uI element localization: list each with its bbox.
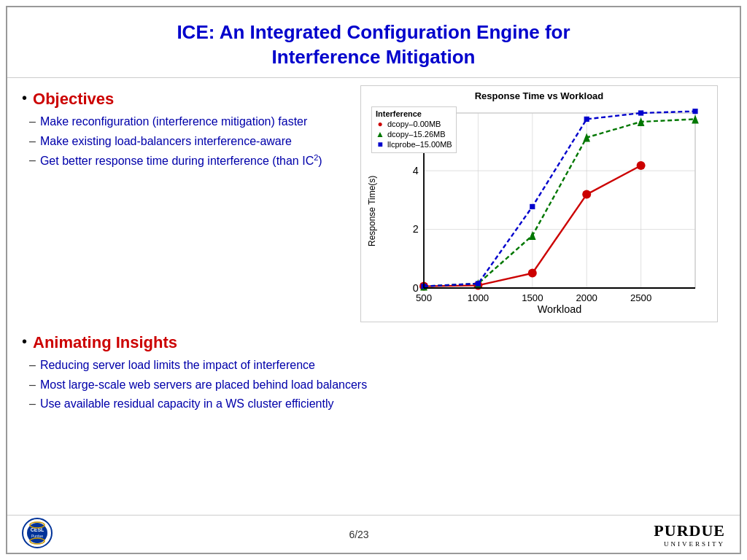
purdue-name: PURDUE bbox=[654, 521, 725, 540]
slide-content: • Objectives – Make reconfiguration (int… bbox=[7, 78, 740, 515]
animating-sub-text-1: Reducing server load limits the impact o… bbox=[40, 357, 315, 373]
animating-sub-item-1: – Reducing server load limits the impact… bbox=[29, 357, 718, 373]
svg-text:1000: 1000 bbox=[468, 292, 489, 303]
left-content: • Objectives – Make reconfiguration (int… bbox=[22, 85, 353, 322]
animating-bullet: • Animating Insights bbox=[22, 332, 718, 354]
objectives-bullet: • Objectives bbox=[22, 89, 353, 110]
svg-text:2: 2 bbox=[413, 223, 419, 235]
dash-2: – bbox=[29, 133, 36, 149]
legend-item-3: ■ llcprobe–15.00MB bbox=[376, 140, 452, 149]
chart-legend: Interference ● dcopy–0.00MB ▲ dcopy–15.2… bbox=[371, 106, 457, 153]
objectives-sub-items: – Make reconfiguration (interference mit… bbox=[29, 114, 353, 170]
animating-dash-1: – bbox=[29, 357, 36, 373]
svg-rect-0 bbox=[424, 113, 695, 288]
slide: ICE: An Integrated Configuration Engine … bbox=[6, 6, 741, 554]
svg-rect-36 bbox=[692, 109, 697, 114]
y-axis-label: Response Time(s) bbox=[365, 104, 379, 317]
animating-sub-item-3: – Use available residual capacity in a W… bbox=[29, 396, 718, 412]
sub-item-1: – Make reconfiguration (interference mit… bbox=[29, 114, 353, 130]
bullet-dot-2: • bbox=[22, 332, 27, 350]
sub-text-3: Get better response time during interfer… bbox=[40, 152, 322, 170]
svg-text:2000: 2000 bbox=[576, 292, 597, 303]
sub-text-2: Make existing load-balancers interferenc… bbox=[40, 133, 292, 149]
chart-title: Response Time vs Workload bbox=[365, 90, 713, 101]
sub-item-2: – Make existing load-balancers interfere… bbox=[29, 133, 353, 149]
footer-left: CESL Purdue bbox=[22, 518, 80, 551]
legend-label-3: llcprobe–15.00MB bbox=[387, 140, 452, 149]
animating-dash-2: – bbox=[29, 377, 36, 393]
footer-center: 6/23 bbox=[349, 529, 368, 540]
bullet-dot-1: • bbox=[22, 89, 27, 106]
slide-footer: CESL Purdue 6/23 PURDUE UNIVERSITY bbox=[7, 515, 740, 553]
footer-right: PURDUE UNIVERSITY bbox=[638, 521, 725, 548]
dash-3: – bbox=[29, 152, 36, 168]
svg-text:1500: 1500 bbox=[522, 292, 543, 303]
chart-container: Response Time vs Workload Interference ●… bbox=[360, 85, 718, 322]
legend-item-2: ▲ dcopy–15.26MB bbox=[376, 130, 452, 139]
animating-sub-text-2: Most large-scale web servers are placed … bbox=[40, 377, 367, 393]
university-name: UNIVERSITY bbox=[654, 540, 725, 548]
top-section: • Objectives – Make reconfiguration (int… bbox=[22, 85, 718, 322]
svg-point-24 bbox=[637, 161, 646, 170]
svg-point-23 bbox=[582, 190, 591, 198]
animating-sub-text-3: Use available residual capacity in a WS … bbox=[40, 396, 334, 412]
page-indicator: 6/23 bbox=[349, 529, 368, 540]
animating-section: • Animating Insights – Reducing server l… bbox=[22, 332, 718, 416]
legend-item-1: ● dcopy–0.00MB bbox=[376, 120, 452, 128]
svg-text:4: 4 bbox=[413, 165, 419, 176]
sub-item-3: – Get better response time during interf… bbox=[29, 152, 353, 170]
svg-rect-33 bbox=[530, 203, 535, 209]
svg-rect-35 bbox=[638, 110, 643, 115]
svg-text:2500: 2500 bbox=[630, 292, 651, 303]
animating-label: Animating Insights bbox=[33, 332, 177, 354]
animating-sub-items: – Reducing server load limits the impact… bbox=[29, 357, 718, 412]
slide-title: ICE: An Integrated Configuration Engine … bbox=[29, 20, 718, 70]
purdue-logo: PURDUE UNIVERSITY bbox=[654, 521, 725, 548]
svg-rect-32 bbox=[476, 281, 481, 286]
svg-text:Purdue: Purdue bbox=[31, 534, 43, 538]
chart-container-wrapper: Response Time vs Workload Interference ●… bbox=[360, 85, 718, 322]
sub-text-1: Make reconfiguration (interference mitig… bbox=[40, 114, 307, 130]
animating-sub-item-2: – Most large-scale web servers are place… bbox=[29, 377, 718, 393]
dash-1: – bbox=[29, 114, 36, 130]
svg-point-22 bbox=[528, 268, 537, 277]
slide-header: ICE: An Integrated Configuration Engine … bbox=[7, 7, 740, 78]
svg-rect-34 bbox=[584, 116, 589, 121]
svg-text:Workload: Workload bbox=[538, 303, 582, 314]
legend-label-2: dcopy–15.26MB bbox=[387, 130, 446, 139]
objectives-label: Objectives bbox=[33, 89, 114, 110]
legend-label-1: dcopy–0.00MB bbox=[387, 120, 441, 128]
cesl-logo: CESL Purdue bbox=[22, 518, 62, 548]
animating-dash-3: – bbox=[29, 396, 36, 412]
svg-text:500: 500 bbox=[416, 292, 432, 303]
